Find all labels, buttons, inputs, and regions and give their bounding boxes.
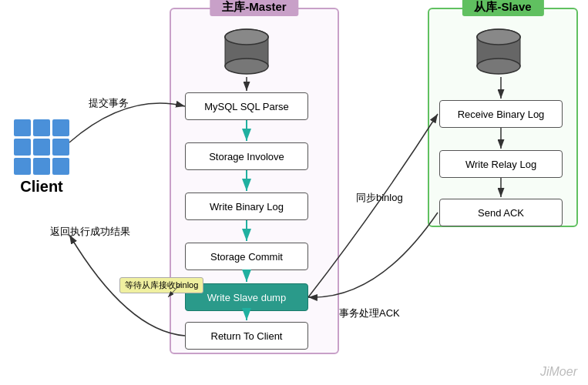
grid-cell bbox=[33, 119, 50, 136]
grid-cell bbox=[52, 119, 69, 136]
client-grid bbox=[14, 119, 69, 175]
watermark: JiMoer bbox=[540, 365, 577, 379]
svg-point-2 bbox=[225, 59, 268, 74]
master-db-icon bbox=[220, 23, 274, 80]
grid-cell bbox=[52, 158, 69, 175]
master-title: 主库-Master bbox=[210, 0, 298, 16]
write-relay-log-box: Write Relay Log bbox=[439, 150, 563, 178]
client-block: Client bbox=[14, 119, 69, 196]
slave-title: 从库-Slave bbox=[462, 0, 543, 16]
send-ack-box: Send ACK bbox=[439, 199, 563, 226]
slave-db-icon bbox=[472, 23, 526, 80]
submit-tx-label: 提交事务 bbox=[89, 96, 129, 110]
client-label: Client bbox=[20, 178, 63, 196]
storage-involve-box: Storage Involove bbox=[185, 142, 308, 170]
svg-point-3 bbox=[225, 29, 268, 45]
wait-slave-label: 等待从库接收binlog bbox=[119, 277, 203, 293]
return-result-label: 返回执行成功结果 bbox=[50, 225, 130, 239]
grid-cell bbox=[14, 139, 31, 156]
diagram-container: 主库-Master 从库-Slave Client bbox=[0, 0, 588, 385]
write-binary-log-box: Write Binary Log bbox=[185, 192, 308, 220]
grid-cell bbox=[52, 139, 69, 156]
return-client-box: Return To Client bbox=[185, 322, 308, 350]
grid-cell bbox=[14, 119, 31, 136]
svg-point-6 bbox=[477, 59, 520, 74]
grid-cell bbox=[33, 158, 50, 175]
grid-cell bbox=[33, 139, 50, 156]
grid-cell bbox=[14, 158, 31, 175]
sql-parse-box: MySQL SQL Parse bbox=[185, 92, 308, 120]
sync-binlog-label: 同步binlog bbox=[356, 191, 403, 205]
tx-ack-label: 事务处理ACK bbox=[339, 306, 400, 320]
receive-binary-log-box: Receive Binary Log bbox=[439, 100, 563, 128]
storage-commit-box: Storage Commit bbox=[185, 243, 308, 270]
svg-point-7 bbox=[477, 29, 520, 45]
